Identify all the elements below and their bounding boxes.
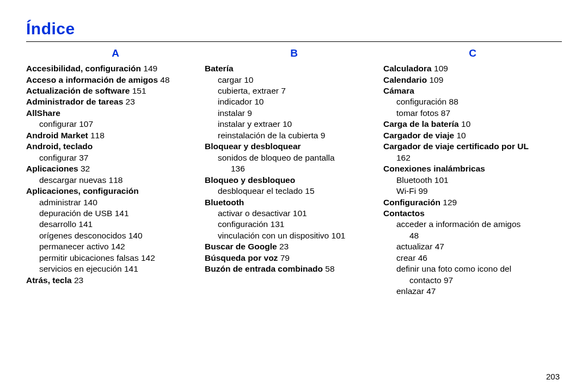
index-page-ref: 162 bbox=[396, 153, 411, 162]
index-entry: Bluetooth 101 bbox=[396, 175, 562, 186]
index-entry: cargar 10 bbox=[218, 75, 383, 85]
index-entry: 48 bbox=[409, 230, 562, 241]
index-entry: Conexiones inalámbricas bbox=[383, 163, 562, 174]
index-page-ref: 101 bbox=[432, 175, 449, 185]
index-entry: definir una foto como icono del bbox=[396, 264, 562, 274]
index-subentry: sonidos de bloqueo de pantalla bbox=[218, 153, 335, 162]
index-entry: reinstalación de la cubierta 9 bbox=[218, 130, 383, 141]
index-subentry: Wi-Fi bbox=[396, 186, 416, 195]
index-subentry: actualizar bbox=[396, 242, 432, 251]
index-term: Carga de la batería bbox=[383, 119, 459, 128]
index-page-ref: 107 bbox=[77, 119, 93, 128]
index-page-ref: 15 bbox=[303, 186, 315, 195]
index-term: Cargador de viaje bbox=[383, 131, 454, 140]
index-column: BBateríacargar 10cubierta, extraer 7indi… bbox=[205, 46, 383, 297]
section-letter: C bbox=[383, 46, 562, 60]
index-entry: desarrollo 141 bbox=[39, 219, 205, 230]
index-page-ref: 23 bbox=[277, 242, 289, 251]
index-page-ref: 47 bbox=[424, 286, 436, 296]
index-term: Búsqueda por voz bbox=[205, 253, 278, 262]
index-entry: sonidos de bloqueo de pantalla bbox=[218, 152, 383, 163]
index-page-ref: 101 bbox=[329, 231, 345, 240]
index-subentry: instalar y extraer bbox=[218, 119, 280, 128]
index-page-ref: 118 bbox=[106, 175, 122, 185]
index-entry: Accesibilidad, configuración 149 bbox=[26, 63, 205, 74]
index-subentry: desarrollo bbox=[39, 219, 76, 229]
index-page-ref: 10 bbox=[242, 75, 254, 84]
index-entry: Administrador de tareas 23 bbox=[26, 96, 205, 107]
index-page-ref: 131 bbox=[268, 219, 284, 229]
index-entry: Configuración 129 bbox=[383, 197, 562, 208]
index-page-ref: 149 bbox=[141, 64, 157, 73]
index-subentry: Bluetooth bbox=[396, 175, 432, 185]
index-term: Calculadora bbox=[383, 64, 432, 73]
section-letter: A bbox=[26, 46, 205, 60]
index-page-ref: 142 bbox=[109, 242, 125, 251]
index-entry: permanecer activo 142 bbox=[39, 241, 205, 252]
index-term: Acceso a información de amigos bbox=[26, 75, 158, 84]
index-subentry: contacto bbox=[409, 275, 442, 285]
index-entry: indicador 10 bbox=[218, 96, 383, 107]
index-entry: desbloquear el teclado 15 bbox=[218, 186, 383, 197]
index-entry: AllShare bbox=[26, 108, 205, 119]
index-subentry: permanecer activo bbox=[39, 242, 109, 251]
index-page-ref: 151 bbox=[130, 86, 146, 95]
index-entry: instalar y extraer 10 bbox=[218, 119, 383, 130]
index-page-ref: 118 bbox=[88, 131, 105, 140]
index-page-ref: 9 bbox=[318, 131, 325, 140]
index-entry: Actualización de software 151 bbox=[26, 85, 205, 96]
index-term: Contactos bbox=[383, 209, 425, 218]
index-term: Administrador de tareas bbox=[26, 97, 123, 106]
index-subentry: indicador bbox=[218, 97, 252, 106]
index-subentry: enlazar bbox=[396, 286, 424, 296]
index-subentry: desbloquear el teclado bbox=[218, 186, 303, 195]
index-page-ref: 32 bbox=[78, 164, 90, 173]
index-subentry: configuración bbox=[218, 219, 268, 229]
index-term: Buscar de Google bbox=[205, 242, 277, 251]
index-entry: crear 46 bbox=[396, 253, 562, 264]
index-term: Bloquear y desbloquear bbox=[205, 142, 301, 151]
index-entry: Cargador de viaje certificado por UL bbox=[383, 141, 562, 152]
index-subentry: cargar bbox=[218, 75, 242, 84]
index-term: Atrás, tecla bbox=[26, 275, 72, 285]
index-page-ref: 140 bbox=[126, 231, 142, 240]
index-term: Calendario bbox=[383, 75, 427, 84]
index-entry: Aplicaciones 32 bbox=[26, 163, 205, 174]
index-entry: configuración 88 bbox=[396, 96, 562, 107]
index-entry: depuración de USB 141 bbox=[39, 208, 205, 219]
index-page-ref: 23 bbox=[72, 275, 84, 285]
index-entry: Cargador de viaje 10 bbox=[383, 130, 562, 141]
index-page-ref: 129 bbox=[440, 198, 457, 207]
index-term: Accesibilidad, configuración bbox=[26, 64, 141, 73]
index-entry: enlazar 47 bbox=[396, 286, 562, 297]
index-entry: vinculación con un dispositivo 101 bbox=[218, 230, 383, 241]
index-entry: Bloqueo y desbloqueo bbox=[205, 175, 383, 186]
index-page-ref: 141 bbox=[112, 209, 128, 218]
index-entry: tomar fotos 87 bbox=[396, 108, 562, 119]
index-entry: servicios en ejecución 141 bbox=[39, 264, 205, 274]
index-entry: configurar 37 bbox=[39, 152, 205, 163]
index-term: Aplicaciones, configuración bbox=[26, 186, 139, 195]
index-term: Cámara bbox=[383, 86, 414, 95]
index-entry: cubierta, extraer 7 bbox=[218, 85, 383, 96]
title-rule bbox=[26, 41, 562, 42]
index-term: Buzón de entrada combinado bbox=[205, 264, 323, 273]
index-entry: permitir ubicaciones falsas 142 bbox=[39, 253, 205, 264]
index-subentry: configurar bbox=[39, 119, 77, 128]
index-subentry: crear bbox=[396, 253, 415, 262]
index-entry: Contactos bbox=[383, 208, 562, 219]
index-page-ref: 58 bbox=[323, 264, 335, 273]
index-entry: configurar 107 bbox=[39, 119, 205, 130]
index-subentry: vinculación con un dispositivo bbox=[218, 231, 329, 240]
index-page-ref: 9 bbox=[245, 108, 252, 118]
index-term: Actualización de software bbox=[26, 86, 130, 95]
index-entry: Bluetooth bbox=[205, 197, 383, 208]
index-term: Bluetooth bbox=[205, 198, 244, 207]
index-term: Conexiones inalámbricas bbox=[383, 164, 485, 173]
index-entry: Aplicaciones, configuración bbox=[26, 186, 205, 197]
index-subentry: cubierta, extraer bbox=[218, 86, 279, 95]
index-page-ref: 7 bbox=[279, 86, 286, 95]
index-entry: contacto 97 bbox=[409, 275, 562, 286]
index-term: Android Market bbox=[26, 131, 88, 140]
index-term: Batería bbox=[205, 64, 234, 73]
